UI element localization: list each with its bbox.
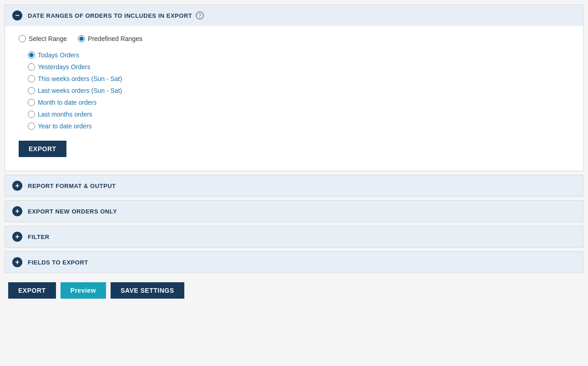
- section-title-date-ranges: DATE RANGES OF ORDERS TO INCLUDES IN EXP…: [28, 12, 192, 19]
- export-button[interactable]: EXPORT: [8, 282, 56, 299]
- option-month-to-date[interactable]: Month to date orders: [28, 99, 569, 106]
- predefined-ranges-label: Predefined Ranges: [88, 35, 142, 42]
- save-settings-button[interactable]: SAVE SETTINGS: [111, 282, 184, 299]
- page-wrapper: − DATE RANGES OF ORDERS TO INCLUDES IN E…: [0, 0, 588, 309]
- collapse-icon: −: [12, 10, 22, 20]
- section-export-new: + EXPORT NEW ORDERS ONLY: [5, 200, 583, 222]
- select-range-option[interactable]: Select Range: [19, 35, 67, 42]
- section-filter: + FILTER: [5, 226, 583, 248]
- section-report-format: + REPORT FORMAT & OUTPUT: [5, 175, 583, 197]
- accordion-header-report-format[interactable]: + REPORT FORMAT & OUTPUT: [5, 175, 583, 196]
- radio-last-months[interactable]: [28, 111, 35, 118]
- predefined-ranges-option[interactable]: Predefined Ranges: [78, 35, 142, 42]
- accordion-header-filter[interactable]: + FILTER: [5, 226, 583, 247]
- label-year-to-date: Year to date orders: [38, 122, 92, 130]
- expand-icon-filter: +: [12, 232, 22, 242]
- radio-last-weeks[interactable]: [28, 87, 35, 94]
- option-this-weeks[interactable]: This weeks orders (Sun - Sat): [28, 75, 569, 82]
- section-fields-to-export: + FIELDS TO EXPORT: [5, 251, 583, 273]
- bottom-toolbar: EXPORT Preview SAVE SETTINGS: [5, 277, 583, 304]
- predefined-ranges-list: Todays Orders Yesterdays Orders This wee…: [19, 51, 569, 130]
- section-title-fields-to-export: FIELDS TO EXPORT: [28, 259, 88, 266]
- label-last-weeks: Last weeks orders (Sun - Sat): [38, 87, 122, 94]
- expand-icon-export-new: +: [12, 206, 22, 216]
- radio-year-to-date[interactable]: [28, 122, 35, 130]
- section-title-filter: FILTER: [28, 234, 50, 240]
- radio-todays[interactable]: [28, 51, 35, 59]
- radio-month-to-date[interactable]: [28, 99, 35, 106]
- preview-button[interactable]: Preview: [61, 282, 106, 299]
- expand-icon-fields-to-export: +: [12, 257, 22, 267]
- select-range-radio[interactable]: [19, 35, 26, 42]
- option-year-to-date[interactable]: Year to date orders: [28, 122, 569, 130]
- predefined-ranges-radio[interactable]: [78, 35, 85, 42]
- range-type-row: Select Range Predefined Ranges: [19, 35, 569, 42]
- label-last-months: Last months orders: [38, 111, 92, 118]
- accordion-header-export-new[interactable]: + EXPORT NEW ORDERS ONLY: [5, 201, 583, 222]
- section-title-export-new: EXPORT NEW ORDERS ONLY: [28, 208, 117, 215]
- option-yesterdays[interactable]: Yesterdays Orders: [28, 63, 569, 71]
- label-yesterdays: Yesterdays Orders: [38, 63, 90, 71]
- option-last-months[interactable]: Last months orders: [28, 111, 569, 118]
- label-this-weeks: This weeks orders (Sun - Sat): [38, 75, 122, 82]
- label-month-to-date: Month to date orders: [38, 99, 96, 106]
- help-icon-date-ranges[interactable]: ?: [196, 11, 204, 20]
- label-todays: Todays Orders: [38, 51, 79, 59]
- section-title-report-format: REPORT FORMAT & OUTPUT: [28, 183, 116, 189]
- option-todays[interactable]: Todays Orders: [28, 51, 569, 59]
- radio-yesterdays[interactable]: [28, 63, 35, 71]
- radio-this-weeks[interactable]: [28, 75, 35, 82]
- accordion-body-date-ranges: Select Range Predefined Ranges Todays Or…: [5, 26, 583, 171]
- option-last-weeks[interactable]: Last weeks orders (Sun - Sat): [28, 87, 569, 94]
- accordion-header-date-ranges[interactable]: − DATE RANGES OF ORDERS TO INCLUDES IN E…: [5, 5, 583, 26]
- select-range-label: Select Range: [29, 35, 67, 42]
- expand-icon-report-format: +: [12, 181, 22, 191]
- accordion-header-fields-to-export[interactable]: + FIELDS TO EXPORT: [5, 252, 583, 273]
- section-export-button[interactable]: EXPORT: [19, 141, 66, 157]
- section-date-ranges: − DATE RANGES OF ORDERS TO INCLUDES IN E…: [5, 5, 583, 171]
